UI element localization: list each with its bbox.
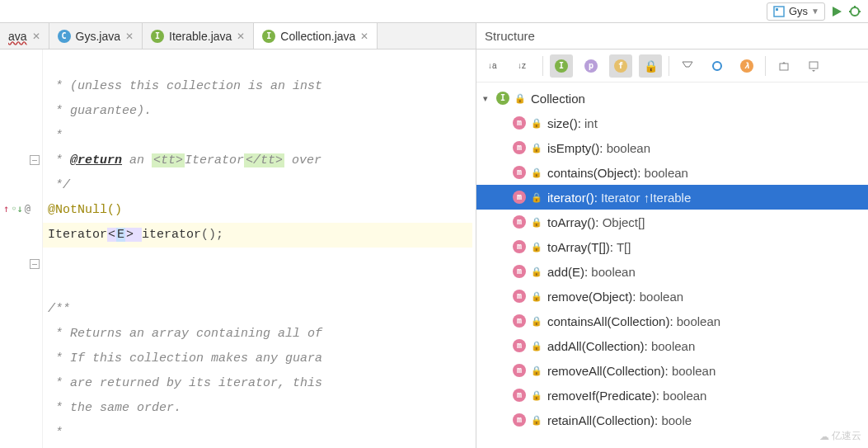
method-icon: m xyxy=(513,116,526,130)
method-icon: m xyxy=(513,265,526,278)
tree-member[interactable]: m🔒toArray(): Object[] xyxy=(476,210,868,234)
method-icon: m xyxy=(513,141,526,154)
interface-icon: I xyxy=(262,30,275,43)
chevron-down-icon: ▼ xyxy=(811,7,819,16)
close-icon[interactable]: ✕ xyxy=(360,31,368,42)
lock-icon: 🔒 xyxy=(531,266,542,277)
member-sig: isEmpty(): boolean xyxy=(547,141,650,155)
editor-gutter: – ↑◦↓@ – xyxy=(0,50,43,448)
structure-panel: Structure ↓a ↓z I p f 🔒 λ ▾ I 🔒 Collecti… xyxy=(476,23,868,448)
close-icon[interactable]: ✕ xyxy=(125,31,134,42)
method-icon: m xyxy=(513,339,526,352)
member-sig: contains(Object): boolean xyxy=(547,166,688,180)
lock-icon: 🔒 xyxy=(531,291,542,302)
debug-button[interactable] xyxy=(848,5,861,18)
chevron-down-icon[interactable]: ▾ xyxy=(483,93,491,104)
sort-alpha-icon[interactable]: ↓a xyxy=(483,54,506,78)
show-nonpublic-icon[interactable]: 🔒 xyxy=(639,54,662,78)
method-icon: m xyxy=(513,389,526,402)
tree-member[interactable]: m🔒add(E): boolean xyxy=(476,259,868,284)
member-sig: add(E): boolean xyxy=(547,265,636,279)
lock-icon: 🔒 xyxy=(531,192,542,203)
tree-member[interactable]: m🔒addAll(Collection): boolean xyxy=(476,333,868,358)
autoscroll-from-source-icon[interactable] xyxy=(802,54,825,78)
member-sig: containsAll(Collection): boolean xyxy=(547,314,720,328)
tab-gys[interactable]: CGys.java✕ xyxy=(49,23,143,49)
structure-toolbar: ↓a ↓z I p f 🔒 λ xyxy=(476,50,868,83)
tree-member[interactable]: m🔒size(): int xyxy=(476,111,868,135)
method-icon: m xyxy=(513,166,526,179)
show-properties-icon[interactable]: p xyxy=(579,54,603,78)
tab-label: Iterable.java xyxy=(169,30,232,43)
lock-icon: 🔒 xyxy=(531,341,542,351)
override-marker[interactable]: ↑◦↓@ xyxy=(3,203,30,215)
member-sig: addAll(Collection): boolean xyxy=(547,339,695,353)
show-fields-icon[interactable]: f xyxy=(609,54,632,78)
lock-icon: 🔒 xyxy=(531,143,542,153)
fold-icon[interactable]: – xyxy=(30,259,40,269)
editor-tabs: ava✕ CGys.java✕ IIterable.java✕ ICollect… xyxy=(0,23,476,50)
svg-rect-11 xyxy=(809,62,818,68)
lock-icon: 🔒 xyxy=(531,415,542,426)
tree-member[interactable]: m🔒removeAll(Collection): boolean xyxy=(476,358,868,383)
tab-label: ava xyxy=(8,30,27,43)
class-icon: C xyxy=(58,30,71,43)
tree-member[interactable]: m🔒iterator(): Iterator ↑Iterable xyxy=(476,185,868,210)
tab-jpa[interactable]: ava✕ xyxy=(0,23,49,49)
tree-member[interactable]: m🔒isEmpty(): boolean xyxy=(476,135,868,160)
member-sig: toArray(T[]): T[] xyxy=(547,240,631,254)
structure-title: Structure xyxy=(476,23,868,50)
code-content: * (unless this collection is an inst * g… xyxy=(43,50,476,448)
show-interfaces-icon[interactable]: I xyxy=(550,54,573,78)
fold-icon[interactable]: – xyxy=(30,155,40,165)
member-sig: removeIf(Predicate): boolean xyxy=(547,389,706,403)
interface-icon: I xyxy=(496,92,509,105)
lock-icon: 🔒 xyxy=(531,390,542,401)
tree-member[interactable]: m🔒retainAll(Collection): boole xyxy=(476,408,868,432)
member-sig: removeAll(Collection): boolean xyxy=(547,364,716,378)
lock-icon: 🔒 xyxy=(531,242,542,252)
application-icon xyxy=(772,5,786,18)
svg-rect-0 xyxy=(774,7,784,17)
lock-icon: 🔒 xyxy=(514,93,526,104)
tree-root[interactable]: ▾ I 🔒 Collection xyxy=(476,86,868,111)
svg-point-3 xyxy=(851,7,859,16)
code-editor[interactable]: – ↑◦↓@ – * (unless this collection is an… xyxy=(0,50,476,448)
show-anonymous-icon[interactable]: λ xyxy=(735,54,758,78)
autoscroll-to-source-icon[interactable] xyxy=(772,54,795,78)
run-button[interactable] xyxy=(830,5,843,18)
tab-collection[interactable]: ICollection.java✕ xyxy=(254,23,378,49)
svg-rect-1 xyxy=(776,8,778,11)
show-inherited-icon[interactable] xyxy=(706,54,729,78)
run-config-selector[interactable]: Gys ▼ xyxy=(767,2,825,21)
svg-text:↓z: ↓z xyxy=(518,61,526,70)
lock-icon: 🔒 xyxy=(531,316,542,327)
svg-marker-2 xyxy=(833,7,842,17)
method-icon: m xyxy=(513,364,526,377)
member-sig: toArray(): Object[] xyxy=(547,215,645,229)
method-icon: m xyxy=(513,215,526,229)
tab-label: Gys.java xyxy=(76,30,120,43)
method-icon: m xyxy=(513,240,526,253)
member-sig: size(): int xyxy=(547,116,598,130)
sort-visibility-icon[interactable]: ↓z xyxy=(513,54,536,78)
tree-member[interactable]: m🔒contains(Object): boolean xyxy=(476,160,868,185)
lock-icon: 🔒 xyxy=(531,118,542,129)
tree-member[interactable]: m🔒removeIf(Predicate): boolean xyxy=(476,383,868,408)
method-icon: m xyxy=(513,191,526,204)
structure-tree[interactable]: ▾ I 🔒 Collection m🔒size(): intm🔒isEmpty(… xyxy=(476,83,868,448)
member-sig: remove(Object): boolean xyxy=(547,290,683,304)
watermark: ☁亿速云 xyxy=(819,429,861,443)
svg-rect-10 xyxy=(780,64,788,70)
tree-member[interactable]: m🔒remove(Object): boolean xyxy=(476,284,868,309)
tab-iterable[interactable]: IIterable.java✕ xyxy=(143,23,254,49)
close-icon[interactable]: ✕ xyxy=(237,31,245,42)
close-icon[interactable]: ✕ xyxy=(32,31,40,42)
tree-member[interactable]: m🔒containsAll(Collection): boolean xyxy=(476,309,868,333)
svg-text:↓a: ↓a xyxy=(488,61,497,70)
member-sig: retainAll(Collection): boole xyxy=(547,413,692,427)
method-icon: m xyxy=(513,290,526,303)
filter-icon[interactable] xyxy=(676,54,699,78)
tree-member[interactable]: m🔒toArray(T[]): T[] xyxy=(476,234,868,259)
tab-label: Collection.java xyxy=(280,30,355,43)
